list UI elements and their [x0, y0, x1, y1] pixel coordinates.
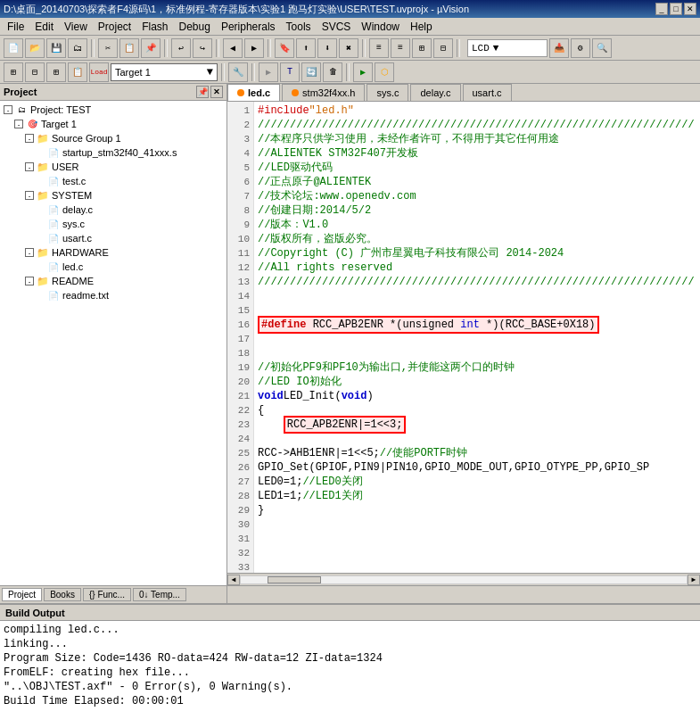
- code-line: //版本：V1.0: [258, 218, 700, 232]
- tree-item[interactable]: 📄test.c: [0, 174, 226, 188]
- expand-icon[interactable]: -: [25, 277, 34, 285]
- tab-stm32f4xx-h[interactable]: stm32f4xx.h: [282, 84, 365, 101]
- expand-icon[interactable]: -: [25, 134, 34, 143]
- tb2-btn5[interactable]: Load: [89, 62, 109, 82]
- scroll-left[interactable]: ◀: [227, 575, 240, 585]
- download-button[interactable]: 📥: [549, 38, 569, 58]
- tree-item[interactable]: -🗂Project: TEST: [0, 103, 226, 117]
- menu-debug[interactable]: Debug: [174, 19, 216, 35]
- lcd-dropdown[interactable]: LCD ▼: [467, 39, 548, 57]
- open-button[interactable]: 📂: [25, 38, 45, 58]
- tab-books[interactable]: Books: [44, 588, 81, 601]
- tree-item[interactable]: -📁Source Group 1: [0, 131, 226, 145]
- line-number: 5: [227, 161, 250, 175]
- menu-peripherals[interactable]: Peripherals: [216, 19, 281, 35]
- tree-item[interactable]: 📄delay.c: [0, 203, 226, 217]
- tab-functions[interactable]: {} Func...: [83, 588, 131, 601]
- tb2-translate[interactable]: T: [280, 62, 300, 82]
- menu-help[interactable]: Help: [405, 19, 438, 35]
- tree-item[interactable]: 📄led.c: [0, 260, 226, 274]
- expand-icon[interactable]: -: [25, 162, 34, 171]
- code-line: //正点原子@ALIENTEK: [258, 175, 700, 189]
- scroll-thumb-h[interactable]: [268, 576, 321, 583]
- paste-button[interactable]: 📌: [141, 38, 161, 58]
- tree-item[interactable]: 📄sys.c: [0, 217, 226, 231]
- bookmark-prev[interactable]: ⬆: [296, 38, 316, 58]
- bookmark-next[interactable]: ⬇: [317, 38, 337, 58]
- indent-button[interactable]: ≡: [369, 38, 389, 58]
- line-number: 4: [227, 146, 250, 161]
- menu-file[interactable]: File: [2, 19, 29, 35]
- code-line: void LED_Init(void): [258, 389, 700, 403]
- tb2-build[interactable]: ▶: [259, 62, 278, 82]
- tb2-wrench[interactable]: 🔧: [228, 62, 248, 82]
- expand-icon[interactable]: -: [25, 191, 34, 200]
- panel-close-button[interactable]: ✕: [210, 86, 223, 98]
- tree-item[interactable]: -📁USER: [0, 160, 226, 174]
- menu-edit[interactable]: Edit: [29, 19, 59, 35]
- tb2-rebuild[interactable]: 🔄: [301, 62, 321, 82]
- tab-sys-c[interactable]: sys.c: [366, 84, 408, 101]
- title-bar-buttons[interactable]: _ □ ✕: [655, 3, 696, 15]
- tree-item[interactable]: 📄usart.c: [0, 231, 226, 245]
- menu-svcs[interactable]: SVCS: [317, 19, 357, 35]
- nav-forward-button[interactable]: ▶: [244, 38, 264, 58]
- menu-window[interactable]: Window: [356, 19, 405, 35]
- new-button[interactable]: 📄: [4, 38, 23, 58]
- format-button[interactable]: ⊞: [412, 38, 432, 58]
- redo-button[interactable]: ↪: [193, 38, 212, 58]
- expand-icon[interactable]: -: [4, 105, 12, 114]
- outdent-button[interactable]: ≡: [391, 38, 410, 58]
- menu-project[interactable]: Project: [93, 19, 136, 35]
- menu-flash[interactable]: Flash: [136, 19, 173, 35]
- bookmark-button[interactable]: 🔖: [275, 38, 294, 58]
- save-button[interactable]: 💾: [46, 38, 66, 58]
- tb2-btn4[interactable]: 📋: [68, 62, 87, 82]
- code-line: LED1=1;//LED1关闭: [258, 489, 700, 503]
- search-button[interactable]: 🔍: [592, 38, 612, 58]
- tb2-debug[interactable]: ▶: [353, 62, 373, 82]
- menu-view[interactable]: View: [59, 19, 93, 35]
- clear-bookmarks[interactable]: ✖: [339, 38, 358, 58]
- tb2-btn1[interactable]: ⊞: [4, 62, 23, 82]
- nav-back-button[interactable]: ◀: [223, 38, 243, 58]
- code-content[interactable]: 1234567891011121314151617181920212223242…: [227, 102, 700, 573]
- tb2-btn2[interactable]: ⊟: [25, 62, 45, 82]
- tree-item[interactable]: -🎯Target 1: [0, 117, 226, 131]
- code-line: #include "led.h": [258, 103, 700, 118]
- tab-led-c[interactable]: led.c: [227, 84, 280, 101]
- minimize-button[interactable]: _: [655, 3, 668, 15]
- expand-icon[interactable]: -: [25, 248, 34, 257]
- panel-dock-button[interactable]: 📌: [196, 86, 209, 98]
- save-all-button[interactable]: 🗂: [68, 38, 87, 58]
- tab-delay-c[interactable]: delay.c: [410, 84, 460, 101]
- close-button[interactable]: ✕: [684, 3, 696, 15]
- tab-project[interactable]: Project: [2, 588, 42, 601]
- settings-button[interactable]: ⚙: [571, 38, 590, 58]
- tab-templates[interactable]: 0↓ Temp...: [133, 588, 186, 601]
- undo-button[interactable]: ↩: [171, 38, 191, 58]
- scroll-track-h[interactable]: [240, 575, 688, 584]
- cut-button[interactable]: ✂: [98, 38, 118, 58]
- format2-button[interactable]: ⊟: [433, 38, 453, 58]
- tree-item[interactable]: -📁SYSTEM: [0, 188, 226, 203]
- code-line: #define RCC_APB2ENR *(unsigned int *)(RC…: [258, 318, 700, 332]
- menu-tools[interactable]: Tools: [281, 19, 317, 35]
- copy-button[interactable]: 📋: [119, 38, 139, 58]
- maximize-button[interactable]: □: [670, 3, 682, 15]
- tree-item[interactable]: 📄startup_stm32f40_41xxx.s: [0, 145, 226, 160]
- tree-item[interactable]: 📄readme.txt: [0, 288, 226, 302]
- tb2-clean[interactable]: 🗑: [323, 62, 342, 82]
- target-selector[interactable]: Target 1 ▼: [111, 63, 218, 81]
- h-scrollbar[interactable]: ◀ ▶: [227, 573, 700, 585]
- expand-icon[interactable]: -: [14, 120, 23, 128]
- tab-usart-c[interactable]: usart.c: [463, 84, 512, 101]
- panel-controls[interactable]: 📌 ✕: [196, 86, 223, 98]
- tb2-btn3[interactable]: ⊞: [46, 62, 66, 82]
- tree-item[interactable]: -📁README: [0, 274, 226, 288]
- tb2-dbg2[interactable]: ⬡: [375, 62, 394, 82]
- scroll-right[interactable]: ▶: [688, 575, 700, 585]
- code-lines[interactable]: #include "led.h"////////////////////////…: [254, 102, 700, 573]
- build-output-content[interactable]: compiling led.c...linking...Program Size…: [0, 621, 700, 728]
- tree-item[interactable]: -📁HARDWARE: [0, 245, 226, 260]
